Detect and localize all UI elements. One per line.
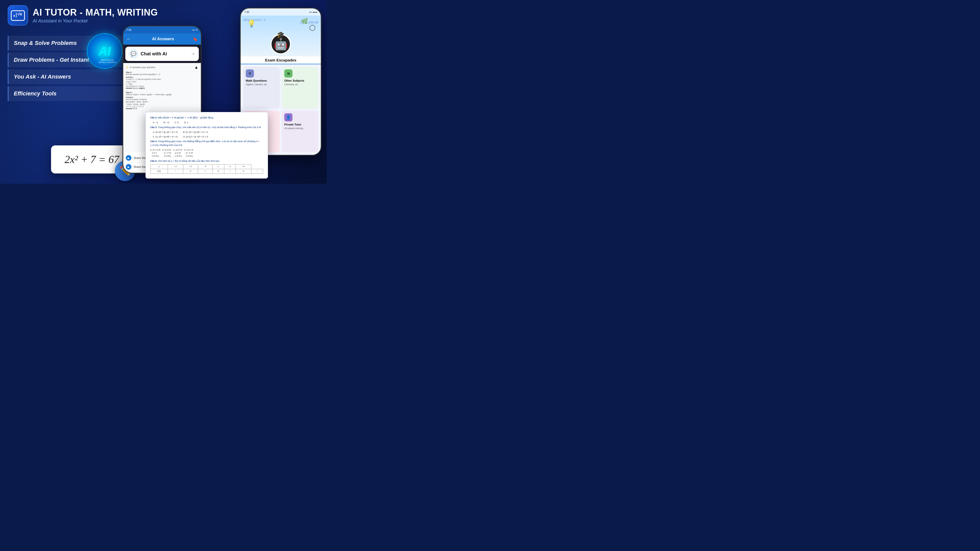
phone2-title: Exam Escapades	[241, 56, 321, 64]
feature-ask-label: You Ask - AI Answers	[14, 73, 71, 80]
mascot-hat: 🎓	[277, 31, 285, 38]
q1-text: Find the solution set of the inequality …	[126, 73, 198, 76]
phone1-status-bar: 7:30 ▪▪▪ ✦	[123, 26, 201, 33]
math-name: Math Questions	[246, 79, 277, 82]
other-icon-symbol: ≋	[287, 71, 290, 76]
ai-brain-logo: AI ARTIFICIALINTELLIGENCE	[87, 33, 123, 69]
mascot-robot: 🤖 🎓	[270, 34, 291, 54]
app-header: x √a AI TUTOR - MATH, WRITING AI Assista…	[8, 5, 158, 25]
svg-text:√a: √a	[18, 12, 22, 16]
q1-solution: To solve 3ˣ < 2, take the logarithm of b…	[126, 78, 198, 87]
phone2-time: 7:30	[244, 11, 249, 14]
tutor-desc: All subjects tutoring.	[284, 127, 316, 130]
tutor-icon: 👤	[284, 113, 293, 121]
feature-efficiency-label: Efficiency Tools	[14, 90, 57, 97]
feature-snap-label: Snap & Solve Problems	[14, 40, 77, 46]
share-app-icon: ▶	[126, 164, 131, 170]
math-desc: Algebra, Calculus, etc	[246, 83, 277, 86]
ai-brain-text: AI	[99, 44, 111, 58]
collapse-icon[interactable]: ▲	[194, 65, 198, 70]
svg-text:x: x	[13, 14, 15, 17]
chat-ai-arrow: →	[191, 51, 195, 57]
app-title-block: AI TUTOR - MATH, WRITING AI Assistant in…	[33, 7, 158, 24]
phone1-nav-bar: ← AI Answers 🔖	[123, 33, 201, 44]
equation-text: 2x² + 7 = 67	[65, 153, 119, 165]
math-icon-symbol: ≡	[248, 71, 251, 76]
q2-section: Câu 2: Given ∫₀¹ f(x)dx = 3 and ∫₀¹ g(x)…	[126, 91, 198, 109]
ai-answers-label: AI answers your question	[130, 66, 156, 68]
other-desc: Chemistry, etc	[284, 83, 316, 86]
answer-header: ✨ AI answers your question ▲	[126, 65, 198, 70]
q1-answer: Answer: A. (-∞; log₃ 2)	[126, 87, 198, 89]
other-icon: ≋	[284, 69, 293, 78]
answer-header-left: ✨ AI answers your question	[126, 66, 156, 68]
tutor-icon-symbol: 👤	[286, 115, 291, 120]
phone1-nav-title: AI Answers	[134, 37, 192, 41]
share-answer-icon: ▶	[126, 155, 131, 161]
exam-q2-choices: A. −1. B. −5. C. 5. D. 1.	[153, 121, 263, 124]
q2-solution: Use the property of integrals:∫[f(x)-g(x…	[126, 98, 198, 107]
exam-q3-choices2: C. (x−1)² + (y+4)² + z² = 9. D. (x+1)² +…	[153, 135, 263, 139]
leaf-icon: 🌿	[301, 18, 308, 25]
math-icon: ≡	[246, 69, 254, 78]
chat-ai-icon: 💬	[129, 49, 138, 59]
cube-icon: ⬡	[309, 23, 316, 32]
phone1-back-button[interactable]: ←	[126, 37, 131, 42]
phone1-signal: ▪▪▪ ✦	[192, 29, 198, 32]
q2-label: Câu 2:	[126, 91, 198, 94]
private-tutor-card[interactable]: 👤 Private Tutor All subjects tutoring.	[282, 111, 318, 152]
app-subtitle: AI Assistant in Your Pocket	[33, 18, 158, 24]
exam-q3-choices: A. (x+1)² + (y−4)² + z² = 9. B. (x−1)² +…	[153, 130, 263, 134]
lightbulb-icon: 💡	[247, 19, 256, 28]
chat-ai-label: Chat with Ai	[141, 51, 188, 57]
app-title: AI TUTOR - MATH, WRITING	[33, 7, 158, 18]
exam-q2: Câu 2. Nếu ∫f(x)dx = 3 và ∫g(x)dx = −2 t…	[150, 116, 263, 119]
q2-answer: Answer: C. 5	[126, 108, 198, 110]
phone1-time: 7:30	[126, 29, 131, 32]
q2-solution-label: Solution:	[126, 97, 198, 98]
q2-text: Given ∫₀¹ f(x)dx = 3 and ∫₀¹ g(x)dx = -2…	[126, 94, 198, 96]
app-icon-svg: x √a	[10, 8, 25, 23]
exam-q3: Câu 3. Trong không gian Oxyz, cho mặt cầ…	[150, 125, 263, 129]
chat-ai-card[interactable]: 💬 Chat with Ai →	[125, 47, 199, 61]
app-icon: x √a	[8, 5, 28, 25]
q1-section: Câu 1: Find the solution set of the ineq…	[126, 71, 198, 89]
other-name: Other Subjects	[284, 79, 316, 82]
phone2-status-bar: 7:30 ▪▪▪ ●●●	[241, 8, 321, 16]
sparkles-icon: ✨	[126, 66, 129, 68]
phone2-mascot: sin²y = cos²y = 1 AB = √AB·AB ⬡ 💡 🌿 🤖 🎓	[241, 16, 321, 56]
exam-q4-choices: A. {x=−2+3t y=4−t z=5+4t.} B. {x=3+2t y=…	[150, 148, 263, 158]
phone2-icons: ▪▪▪ ●●●	[309, 11, 317, 14]
exam-table: x−∞−2−114+∞ f'(x)−0+0−0−	[150, 164, 263, 174]
exam-q5: Câu 5. Cho hàm số y = f(x) có bảng xét d…	[150, 159, 263, 163]
svg-point-20	[229, 20, 231, 21]
exam-paper: Câu 2. Nếu ∫f(x)dx = 3 và ∫g(x)dx = −2 t…	[145, 112, 268, 179]
q1-solution-label: Solution:	[126, 76, 198, 78]
robot-face: 🤖	[274, 38, 288, 51]
other-subjects-card[interactable]: ≋ Other Subjects Chemistry, etc	[282, 67, 318, 109]
tutor-name: Private Tutor	[284, 123, 316, 126]
phone1-bookmark[interactable]: 🔖	[192, 37, 198, 41]
q1-label: Câu 1:	[126, 71, 198, 73]
exam-q4: Câu 4. Trong không gian Oxyz, cho đường …	[150, 140, 263, 147]
ai-brain-sub: ARTIFICIALINTELLIGENCE	[99, 59, 117, 64]
math-questions-card[interactable]: ≡ Math Questions Algebra, Calculus, etc	[243, 67, 280, 109]
